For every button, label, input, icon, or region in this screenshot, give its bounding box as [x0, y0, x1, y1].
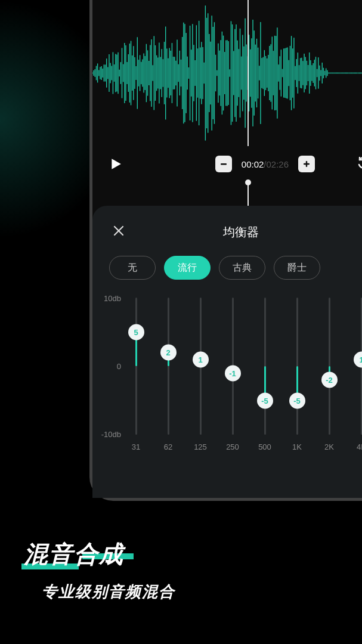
slider-track: 2: [168, 298, 169, 435]
equalizer-header: 均衡器: [92, 218, 362, 256]
playhead-line: [247, 0, 249, 146]
plus-icon: [303, 160, 310, 168]
current-time: 00:02: [242, 159, 264, 169]
freq-label: 31: [124, 442, 148, 451]
waveform-display[interactable]: [92, 0, 362, 146]
minus-icon: [220, 160, 227, 168]
zoom-out-button[interactable]: [215, 156, 232, 172]
zoom-in-button[interactable]: [298, 156, 315, 172]
play-button[interactable]: [107, 155, 125, 173]
promo-block: 混音合成 专业级别音频混合: [24, 538, 175, 602]
equalizer-panel: 均衡器 无流行古典爵士 10db 0 -10db 5312621125-1250…: [92, 206, 362, 498]
slider-thumb[interactable]: 1: [193, 351, 209, 367]
preset-row: 无流行古典爵士: [92, 256, 362, 280]
preset-2[interactable]: 古典: [219, 256, 265, 280]
freq-label: 1K: [285, 442, 309, 451]
preset-0[interactable]: 无: [109, 256, 156, 280]
promo-title: 混音合成: [24, 538, 124, 571]
axis-max: 10db: [104, 294, 121, 303]
undo-icon: [357, 157, 362, 171]
eq-band-125[interactable]: 1125: [191, 298, 209, 438]
eq-band-62[interactable]: 262: [159, 298, 177, 438]
slider-track: -5: [296, 298, 298, 435]
slider-track: 1: [200, 298, 202, 435]
svg-marker-230: [112, 159, 120, 169]
slider-thumb[interactable]: -5: [257, 392, 273, 408]
slider-thumb[interactable]: -1: [225, 365, 241, 381]
equalizer-title: 均衡器: [128, 224, 362, 240]
eq-band-1K[interactable]: -51K: [288, 298, 306, 438]
slider-thumb[interactable]: 5: [128, 324, 144, 340]
slider-thumb[interactable]: 1: [354, 351, 363, 367]
eq-band-4K[interactable]: 14K: [352, 298, 362, 438]
svg-rect-233: [306, 161, 307, 167]
waveform-svg: [92, 0, 362, 146]
time-display: 00:02/02:26: [242, 159, 289, 169]
total-time: 02:26: [267, 159, 289, 169]
sliders-container: 5312621125-1250-5500-51K-22K14K28: [122, 298, 362, 438]
freq-label: 2K: [317, 442, 341, 451]
slider-thumb[interactable]: -5: [289, 392, 305, 408]
eq-sliders-area: 10db 0 -10db 5312621125-1250-5500-51K-22…: [92, 298, 362, 465]
playhead-marker[interactable]: [247, 182, 249, 207]
promo-title-text: 混音合成: [24, 541, 124, 567]
undo-button[interactable]: [355, 155, 362, 173]
slider-track: 5: [135, 298, 137, 435]
promo-subtitle: 专业级别音频混合: [24, 581, 175, 602]
close-icon: [113, 225, 125, 237]
slider-thumb[interactable]: -2: [321, 372, 338, 388]
freq-label: 250: [221, 442, 245, 451]
freq-label: 500: [253, 442, 277, 451]
freq-label: 62: [156, 442, 180, 451]
axis-labels: 10db 0 -10db: [96, 298, 121, 435]
freq-label: 125: [188, 442, 212, 451]
slider-track: -2: [329, 298, 330, 435]
preset-1[interactable]: 流行: [164, 256, 211, 280]
axis-min: -10db: [101, 430, 121, 439]
eq-band-500[interactable]: -5500: [256, 298, 274, 438]
preset-3[interactable]: 爵士: [274, 256, 320, 280]
axis-mid: 0: [117, 362, 121, 371]
close-button[interactable]: [109, 221, 128, 243]
phone-frame: 00:02/02:26 均衡器 无流行古典爵士 10d: [89, 0, 362, 501]
transport-bar: 00:02/02:26: [92, 146, 362, 182]
slider-thumb[interactable]: 2: [160, 345, 177, 361]
eq-band-250[interactable]: -1250: [224, 298, 242, 438]
playhead-marker-area: [92, 182, 362, 206]
play-icon: [109, 157, 122, 171]
slider-track: -5: [264, 298, 266, 435]
slider-track: -1: [232, 298, 234, 435]
eq-band-2K[interactable]: -22K: [320, 298, 338, 438]
freq-label: 4K: [349, 442, 362, 451]
eq-band-31[interactable]: 531: [127, 298, 145, 438]
svg-rect-231: [221, 163, 227, 165]
